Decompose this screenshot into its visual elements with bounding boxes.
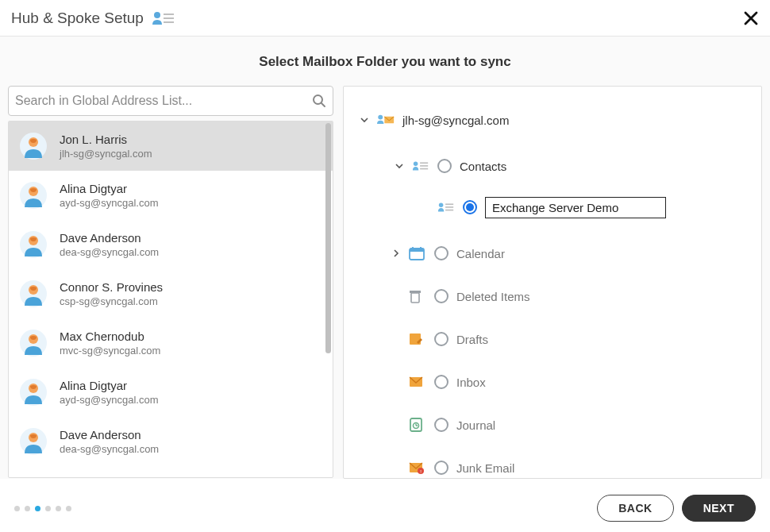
avatar-icon [20,379,47,406]
search-container[interactable] [8,86,333,116]
folder-label: Junk Email [456,461,514,475]
contact-row[interactable]: Jon L. Harrisjlh-sg@syncgal.com [9,121,333,171]
next-button[interactable]: NEXT [682,495,756,522]
contact-name: Connor S. Provines [60,280,163,294]
mailbox-icon [377,113,395,127]
tree-folder-row[interactable]: Calendar [355,236,750,271]
contact-email: ayd-sg@syncgal.com [60,197,158,209]
scrollbar-thumb[interactable] [325,123,331,353]
avatar-icon [20,280,47,307]
contact-email: jlh-sg@syncgal.com [60,148,152,160]
svg-point-20 [378,115,383,120]
drafts-folder-icon [409,333,426,345]
contact-name: Alina Digtyar [60,379,158,392]
tree-folder-row[interactable]: Journal [355,407,750,442]
contact-email: ayd-sg@syncgal.com [60,394,158,406]
journal-radio[interactable] [434,418,449,432]
step-instruction: Select Mailbox Folder you want to sync [0,37,770,86]
avatar-icon [20,231,47,258]
contact-email: dea-sg@syncgal.com [60,246,159,258]
inbox-radio[interactable] [434,375,449,389]
svg-rect-1 [164,13,174,15]
caret-down-icon[interactable] [395,162,404,170]
contact-row[interactable]: Dave Andersondea-sg@syncgal.com [9,220,333,269]
folder-label: Calendar [456,247,505,260]
step-dot [35,506,40,511]
selected-folder-radio[interactable] [463,200,477,214]
contact-email: csp-sg@syncgal.com [60,295,163,307]
svg-rect-25 [420,168,428,170]
tree-folder-row[interactable]: !Junk Email [355,450,750,479]
contact-email: dea-sg@syncgal.com [60,443,159,455]
calendar-folder-icon [409,246,426,260]
drafts-radio[interactable] [434,332,449,346]
tree-folder-row[interactable]: Drafts [355,322,750,357]
tree-selected-folder-row[interactable] [355,190,750,225]
contact-row[interactable]: Max Chernodubmvc-sg@syncgal.com [9,318,333,368]
contacts-folder-label: Contacts [460,160,506,173]
contact-name: Alina Digtyar [60,182,158,195]
header-bar: Hub & Spoke Setup [0,0,770,37]
svg-rect-24 [420,165,428,167]
contact-name: Dave Anderson [60,428,159,441]
avatar-icon [20,182,47,209]
inbox-folder-icon [409,376,426,388]
svg-rect-2 [164,17,174,19]
step-dot [25,506,30,511]
avatar-icon [20,133,47,160]
left-panel: Jon L. Harrisjlh-sg@syncgal.comAlina Dig… [8,86,333,479]
contact-list: Jon L. Harrisjlh-sg@syncgal.comAlina Dig… [8,121,333,478]
contact-name: Jon L. Harris [60,133,152,146]
journal-folder-icon [409,418,426,432]
contacts-subfolder-icon [437,201,455,214]
close-icon[interactable] [743,10,759,26]
avatar-icon [20,428,47,455]
tree-folder-row[interactable]: Deleted Items [355,279,750,314]
svg-point-22 [414,162,418,167]
folder-name-input[interactable] [485,197,666,218]
step-dot [45,506,51,511]
contact-row[interactable]: Alina Digtyarayd-sg@syncgal.com [9,171,333,220]
folder-label: Deleted Items [456,290,530,303]
contact-row[interactable]: Connor S. Provinescsp-sg@syncgal.com [9,269,333,318]
step-dot [56,506,61,511]
deleted-radio[interactable] [434,289,449,303]
footer-bar: BACK NEXT [0,484,770,532]
page-title: Hub & Spoke Setup [11,10,144,27]
tree-contacts-row[interactable]: Contacts [355,148,750,183]
svg-line-5 [321,103,325,106]
folder-label: Journal [456,418,495,432]
contact-email: mvc-sg@syncgal.com [60,345,160,357]
contacts-radio[interactable] [437,159,452,173]
mailbox-address: jlh-sg@syncgal.com [402,114,509,127]
folder-label: Inbox [456,376,486,389]
back-button[interactable]: BACK [597,495,673,522]
junk-radio[interactable] [434,461,449,475]
search-icon [312,94,326,108]
contact-row[interactable]: Alina Digtyarayd-sg@syncgal.com [9,368,333,417]
tree-mailbox-row[interactable]: jlh-sg@syncgal.com [355,102,750,137]
svg-rect-23 [420,162,428,164]
folder-label: Drafts [456,333,488,346]
main-body: Jon L. Harrisjlh-sg@syncgal.comAlina Dig… [0,86,770,479]
contacts-folder-icon [412,160,429,172]
svg-rect-34 [411,293,419,303]
folder-tree-panel: jlh-sg@syncgal.com Contacts [343,86,762,479]
caret-down-icon[interactable] [360,116,369,124]
contact-name: Dave Anderson [60,231,159,245]
svg-rect-28 [445,206,453,208]
deleted-folder-icon [409,289,426,303]
contact-row[interactable]: Dave Andersondea-sg@syncgal.com [9,417,333,466]
caret-right-icon[interactable] [391,249,401,257]
svg-rect-3 [164,21,174,23]
search-input[interactable] [15,94,312,108]
tree-folder-row[interactable]: Inbox [355,364,750,399]
svg-point-0 [154,12,160,18]
svg-rect-31 [410,249,424,252]
calendar-radio[interactable] [434,246,449,260]
svg-rect-29 [445,210,453,211]
junk-folder-icon: ! [409,461,426,474]
svg-rect-35 [410,291,421,293]
svg-point-26 [439,203,444,208]
contacts-header-icon [152,10,175,26]
